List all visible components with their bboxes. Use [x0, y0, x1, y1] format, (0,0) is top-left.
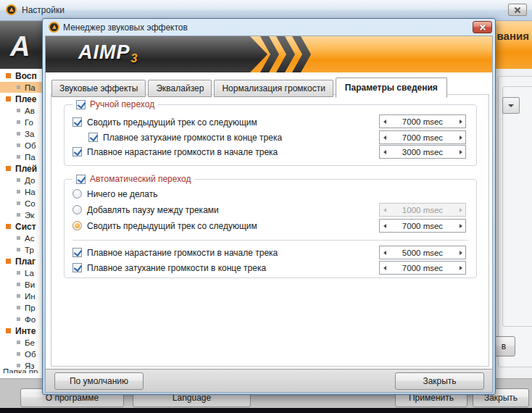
auto-fadein-checkbox[interactable] — [72, 248, 82, 257]
auto-option-crossfade-row: Сводить предыдущий трек со следующим — [72, 220, 257, 231]
settings-close-button[interactable] — [508, 4, 527, 16]
manual-crossfade-label[interactable]: Сводить предыдущий трек со следующим — [87, 117, 257, 128]
manual-transition-checkbox[interactable] — [76, 100, 86, 109]
spin-up-icon[interactable] — [456, 220, 465, 232]
manual-crossfade-spinner[interactable]: 7000 msec — [379, 114, 466, 128]
spin-down-icon[interactable] — [380, 246, 389, 259]
auto-option-crossfade-radio[interactable] — [72, 221, 82, 230]
manual-crossfade-row: Сводить предыдущий трек со следующим — [72, 117, 257, 128]
tree-bullet-icon — [6, 259, 11, 264]
tree-item-label: Эк — [25, 211, 34, 220]
spin-down-icon — [380, 204, 389, 216]
tree-bullet-icon — [17, 306, 20, 309]
spin-up-icon[interactable] — [456, 146, 465, 158]
tree-item-label: Со — [25, 199, 36, 208]
tree-bullet-icon — [17, 283, 20, 286]
window-bottom-strip — [0, 408, 532, 413]
spin-down-icon[interactable] — [380, 262, 389, 274]
manual-fadein-label[interactable]: Плавное нарастание громкости в начале тр… — [87, 147, 278, 157]
tree-item-label: Па — [25, 83, 36, 92]
dialog-close-bottom-button[interactable]: Закрыть — [395, 372, 484, 390]
tree-item-label: Ин — [25, 292, 36, 301]
tree-bullet-icon — [17, 132, 20, 135]
dialog-close-button[interactable] — [473, 21, 492, 33]
auto-fadeout-row: Плавное затухание громкости в конце трек… — [72, 262, 266, 273]
auto-option-nothing-radio[interactable] — [72, 189, 82, 199]
manual-crossfade-checkbox[interactable] — [72, 117, 82, 127]
spinner-value: 7000 msec — [389, 117, 456, 126]
spin-down-icon[interactable] — [380, 220, 389, 232]
auto-fadeout-label[interactable]: Плавное затухание громкости в конце трек… — [87, 263, 266, 273]
right-groupbox-inner — [502, 86, 532, 327]
auto-option-pause-label[interactable]: Добавлять паузу между треками — [87, 205, 219, 215]
spinner-value: 3000 msec — [389, 148, 456, 157]
tree-item-label: Па — [25, 153, 36, 162]
dropdown-arrow-button[interactable] — [502, 97, 520, 114]
dialog-banner: AIMP3 — [46, 36, 493, 72]
tree-item-label: Ви — [25, 280, 35, 289]
auto-option-crossfade-label[interactable]: Сводить предыдущий трек со следующим — [87, 221, 257, 231]
auto-option-pause-row: Добавлять паузу между треками — [72, 204, 219, 215]
manual-fadeout-spinner[interactable]: 7000 msec — [379, 130, 466, 144]
spinner-value: 7000 msec — [389, 264, 456, 272]
settings-window-title: Настройки — [22, 5, 65, 15]
tab-volume-normalization[interactable]: Нормализация громкости — [214, 80, 333, 97]
auto-pause-spinner: 1000 msec — [379, 203, 466, 217]
tree-item-label: Ав — [25, 107, 35, 115]
auto-option-nothing-row: Ничего не делать — [72, 188, 158, 199]
tree-item-label: Сист — [15, 222, 36, 232]
manual-fadein-spinner[interactable]: 3000 msec — [379, 145, 466, 159]
tree-item-label: Бе — [25, 338, 35, 347]
spin-down-icon[interactable] — [380, 146, 389, 158]
tab-equalizer[interactable]: Эквалайзер — [148, 80, 212, 97]
tree-item-label: Восп — [15, 71, 37, 81]
auto-fadein-row: Плавное нарастание громкости в начале тр… — [72, 247, 278, 258]
dialog-body: AIMP3 Звуковые эффекты Эквалайзер Нормал… — [45, 36, 493, 393]
aimp-logo-fragment: A — [10, 31, 30, 62]
auto-transition-checkbox[interactable] — [76, 175, 86, 184]
tree-item-label: Об — [25, 350, 36, 359]
tree-item-label: За — [25, 130, 34, 138]
defaults-button-label: По умолчанию — [70, 376, 128, 386]
spin-up-icon[interactable] — [456, 262, 465, 274]
aimp3-logo: AIMP3 — [78, 41, 138, 64]
tree-bullet-icon — [17, 120, 20, 124]
manual-fadeout-checkbox[interactable] — [88, 133, 98, 142]
defaults-button[interactable]: По умолчанию — [54, 372, 144, 390]
spin-down-icon[interactable] — [380, 115, 389, 128]
tree-item-label: До — [25, 176, 35, 185]
auto-crossfade-spinner[interactable]: 7000 msec — [379, 219, 466, 233]
tree-item-label: Плаг — [15, 256, 36, 267]
manual-fadein-checkbox[interactable] — [72, 147, 82, 157]
tree-bullet-icon — [17, 155, 20, 159]
spinner-value: 5000 msec — [389, 249, 456, 257]
tree-item-label: Об — [25, 141, 36, 150]
dialog-close-button-label: Закрыть — [423, 376, 456, 386]
tree-item-label: На — [25, 188, 36, 196]
tab-sound-effects[interactable]: Звуковые эффекты — [51, 80, 146, 97]
spin-up-icon[interactable] — [456, 131, 465, 143]
tree-bullet-icon — [6, 166, 11, 171]
tree-item-label: Тр — [25, 246, 34, 254]
tree-item-label: La — [25, 269, 34, 278]
auto-fadein-label[interactable]: Плавное нарастание громкости в начале тр… — [87, 248, 278, 258]
tree-bullet-icon — [17, 109, 20, 112]
auto-fadeout-spinner[interactable]: 7000 msec — [379, 261, 466, 275]
auto-option-pause-radio[interactable] — [72, 205, 82, 214]
manual-fadein-row: Плавное нарастание громкости в начале тр… — [72, 146, 278, 157]
spin-up-icon[interactable] — [456, 246, 465, 259]
spin-up-icon[interactable] — [456, 115, 465, 128]
auto-fadeout-checkbox[interactable] — [72, 263, 82, 272]
tree-item-label: Ас — [25, 234, 34, 243]
manual-fadeout-label[interactable]: Плавное затухание громкости в конце трек… — [103, 133, 282, 143]
tree-bullet-icon — [17, 294, 20, 298]
spinner-value: 7000 msec — [389, 222, 456, 230]
spin-down-icon[interactable] — [380, 131, 389, 143]
manual-fadeout-row: Плавное затухание громкости в конце трек… — [88, 132, 282, 143]
auto-option-nothing-label[interactable]: Ничего не делать — [87, 189, 158, 199]
auto-transition-legend: Автоматический переход — [72, 173, 194, 185]
tab-crossfade-settings[interactable]: Параметры сведения — [336, 78, 447, 98]
auto-fadein-spinner[interactable]: 5000 msec — [379, 246, 466, 259]
profile-folder-link[interactable]: Папка пр — [3, 367, 38, 373]
partial-button-label: в — [502, 341, 506, 351]
